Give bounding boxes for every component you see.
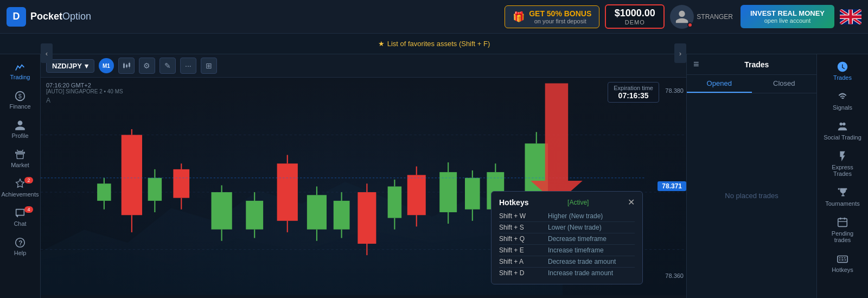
sidebar-item-achievements[interactable]: 2 Achievements xyxy=(3,174,37,202)
finance-icon: $ xyxy=(14,90,26,102)
right-sidebar-item-hotkeys[interactable]: Hotkeys xyxy=(821,249,864,277)
svg-rect-20 xyxy=(173,169,189,198)
bonus-sub-label: on your first deposit xyxy=(529,18,591,24)
sidebar-chat-label: Chat xyxy=(14,220,26,227)
right-sidebar-item-trades[interactable]: Trades xyxy=(821,56,864,85)
hotkey-row-a: Shift + A Decrease trade amount xyxy=(499,256,635,268)
no-trades-message: No placed trades xyxy=(687,93,816,298)
svg-rect-11 xyxy=(129,63,130,67)
svg-text:?: ? xyxy=(18,239,22,247)
chart-inner: 07:16:20 GMT+2 [AUTO] SINGAPORE 2 • 40 M… xyxy=(41,78,686,295)
star-icon: ★ xyxy=(378,40,385,48)
far-right-sidebar: Trades Signals Social Trading Express Tr… xyxy=(816,54,868,298)
hotkey-row-e: Shift + E Increase timeframe xyxy=(499,245,635,256)
sidebar-item-chat[interactable]: 4 Chat xyxy=(3,203,37,231)
right-sidebar-item-social[interactable]: Social Trading xyxy=(821,116,864,145)
nav-chevron-left[interactable]: ‹ xyxy=(41,43,53,63)
sidebar-achievements-label: Achievements xyxy=(1,191,39,198)
expiry-label: Expiration time xyxy=(614,85,653,91)
signals-icon xyxy=(837,91,848,103)
right-sidebar-tournaments-label: Tournaments xyxy=(825,200,860,207)
right-sidebar-item-express[interactable]: Express Trades xyxy=(821,146,864,181)
svg-rect-5 xyxy=(123,64,125,68)
price-low: 78.360 xyxy=(665,272,684,279)
hotkeys-close-button[interactable]: ✕ xyxy=(628,197,635,207)
price-tag-area: 78.371 xyxy=(655,181,686,191)
timeframe-badge[interactable]: M1 xyxy=(99,58,114,73)
right-sidebar-hotkeys-label: Hotkeys xyxy=(832,267,853,273)
hotkey-desc-s: Lower (New trade) xyxy=(548,224,602,231)
svg-rect-35 xyxy=(148,178,162,201)
hotkey-row-q: Shift + Q Decrease timeframe xyxy=(499,233,635,245)
expiry-time: 07:16:35 xyxy=(614,91,653,100)
svg-rect-12 xyxy=(129,62,130,63)
right-sidebar-item-signals[interactable]: Signals xyxy=(821,86,864,115)
svg-rect-79 xyxy=(845,259,846,261)
bonus-main-label: GET 50% BONUS xyxy=(529,9,591,18)
user-avatar[interactable] xyxy=(670,5,694,29)
uk-flag-svg xyxy=(840,9,861,24)
expiry-box: Expiration time 07:16:35 xyxy=(608,82,659,103)
chart-grid-button[interactable]: ⊞ xyxy=(201,58,217,74)
tab-closed[interactable]: Closed xyxy=(752,75,817,93)
chart-toolbar: NZD/JPY ▾ M1 ⚙ ✎ ··· ⊞ xyxy=(41,54,686,78)
tab-opened[interactable]: Opened xyxy=(687,75,752,93)
nav-chevron-right[interactable]: › xyxy=(674,43,686,63)
sidebar-finance-label: Finance xyxy=(9,103,30,110)
left-sidebar: Trading $ Finance Profile Market 2 Achie… xyxy=(0,54,41,298)
hotkeys-panel: Hotkeys [Active] ✕ Shift + W Higher (New… xyxy=(491,191,643,284)
right-sidebar-item-tournaments[interactable]: Tournaments xyxy=(821,182,864,211)
chart-info: 07:16:20 GMT+2 [AUTO] SINGAPORE 2 • 40 M… xyxy=(46,82,123,104)
sidebar-item-trading[interactable]: Trading xyxy=(3,56,37,85)
svg-rect-9 xyxy=(126,64,127,65)
keyboard-icon xyxy=(837,253,848,265)
hotkey-key-s: Shift + S xyxy=(499,224,542,231)
server-time: 07:16:20 GMT+2 xyxy=(46,82,123,88)
right-sidebar-item-pending[interactable]: Pending trades xyxy=(821,212,864,248)
hotkey-row-w: Shift + W Higher (New trade) xyxy=(499,211,635,222)
balance-label: DEMO xyxy=(614,19,656,26)
logo-text: PocketOption xyxy=(30,11,91,22)
flag-icon[interactable] xyxy=(840,9,861,24)
hotkey-desc-a: Decrease trade amount xyxy=(548,258,616,265)
hotkey-desc-q: Decrease timeframe xyxy=(548,235,607,243)
svg-rect-38 xyxy=(212,192,232,230)
sidebar-item-profile[interactable]: Profile xyxy=(3,115,37,143)
chart-settings-button[interactable]: ⚙ xyxy=(139,58,155,74)
svg-rect-7 xyxy=(124,68,124,69)
svg-rect-74 xyxy=(839,257,841,258)
asset-selector[interactable]: NZD/JPY ▾ xyxy=(46,59,94,73)
invest-button[interactable]: INVEST REAL MONEY open live account xyxy=(741,5,834,28)
pending-trades-icon xyxy=(837,217,848,229)
express-trades-icon xyxy=(837,150,848,162)
user-icon xyxy=(674,9,690,24)
svg-rect-13 xyxy=(129,67,130,68)
sidebar-item-market[interactable]: Market xyxy=(3,144,37,173)
sidebar-trading-label: Trading xyxy=(10,74,30,80)
history-icon xyxy=(837,61,848,73)
gift-icon: 🎁 xyxy=(513,11,525,23)
sidebar-item-finance[interactable]: $ Finance xyxy=(3,86,37,114)
right-sidebar-express-label: Express Trades xyxy=(824,164,861,177)
favorites-text[interactable]: List of favorites assets (Shift + F) xyxy=(387,40,490,48)
balance-box[interactable]: $1000.00 DEMO xyxy=(605,4,665,29)
svg-rect-26 xyxy=(358,192,376,244)
svg-rect-32 xyxy=(97,183,111,201)
svg-rect-73 xyxy=(838,256,847,263)
price-high: 78.380 xyxy=(665,87,684,94)
sidebar-profile-label: Profile xyxy=(11,132,28,139)
svg-rect-41 xyxy=(246,201,263,230)
user-name: STRANGER xyxy=(697,13,733,21)
hotkey-desc-w: Higher (New trade) xyxy=(548,212,603,220)
trades-panel: ≡ Trades Opened Closed No placed trades xyxy=(686,54,816,298)
trading-icon xyxy=(14,61,26,73)
chart-point-a: A xyxy=(46,97,123,104)
svg-rect-75 xyxy=(841,257,843,258)
svg-rect-23 xyxy=(277,163,298,221)
trades-title: Trades xyxy=(704,60,810,69)
sidebar-item-help[interactable]: ? Help xyxy=(3,232,37,261)
chart-more-button[interactable]: ··· xyxy=(180,58,196,74)
bonus-button[interactable]: 🎁 GET 50% BONUS on your first deposit xyxy=(505,5,599,28)
chart-type-button[interactable] xyxy=(118,58,135,74)
chart-draw-button[interactable]: ✎ xyxy=(159,58,176,74)
